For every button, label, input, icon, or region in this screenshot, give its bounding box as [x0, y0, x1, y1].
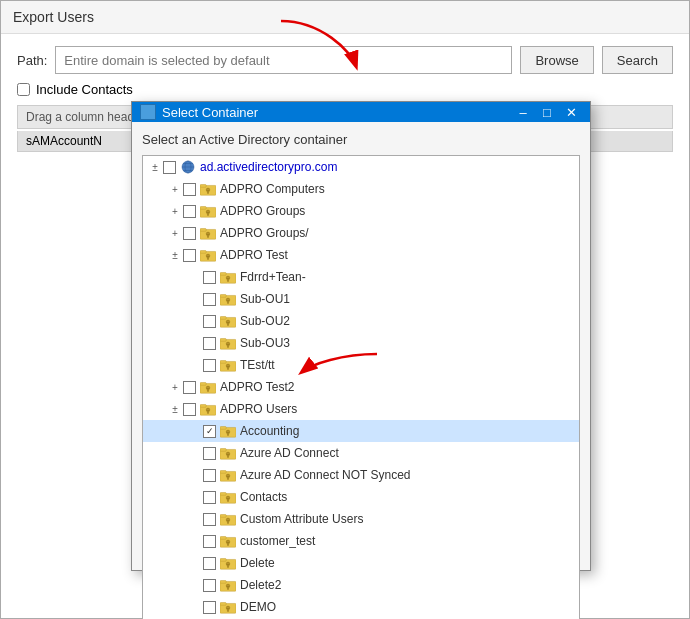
tree-expand-icon[interactable] — [187, 445, 203, 461]
main-title-text: Export Users — [13, 9, 94, 25]
svg-rect-67 — [220, 515, 226, 518]
maximize-button[interactable]: □ — [536, 102, 558, 122]
close-button[interactable]: ✕ — [560, 102, 582, 122]
tree-item[interactable]: Sub-OU3 — [143, 332, 579, 354]
tree-item[interactable]: ± ad.activedirectorypro.com — [143, 156, 579, 178]
tree-checkbox[interactable] — [203, 293, 216, 306]
tree-checkbox[interactable] — [203, 579, 216, 592]
tree-expand-icon[interactable] — [187, 423, 203, 439]
tree-expand-icon[interactable] — [187, 269, 203, 285]
include-contacts-row: Include Contacts — [17, 82, 673, 97]
tree-checkbox[interactable] — [183, 205, 196, 218]
tree-item[interactable]: ± ADPRO Users — [143, 398, 579, 420]
svg-rect-27 — [220, 295, 226, 298]
tree-expand-icon[interactable]: ± — [147, 159, 163, 175]
tree-folder-icon — [199, 203, 217, 219]
tree-folder-icon — [219, 335, 237, 351]
tree-expand-icon[interactable]: ± — [167, 401, 183, 417]
tree-expand-icon[interactable] — [187, 467, 203, 483]
tree-item-label: Sub-OU2 — [240, 314, 290, 328]
tree-item-label: Accounting — [240, 424, 299, 438]
tree-expand-icon[interactable]: + — [167, 225, 183, 241]
tree-folder-icon — [219, 313, 237, 329]
tree-expand-icon[interactable] — [187, 511, 203, 527]
tree-checkbox[interactable] — [203, 425, 216, 438]
tree-checkbox[interactable] — [203, 359, 216, 372]
tree-expand-icon[interactable]: + — [167, 203, 183, 219]
tree-checkbox[interactable] — [203, 469, 216, 482]
tree-checkbox[interactable] — [203, 447, 216, 460]
tree-expand-icon[interactable] — [187, 555, 203, 571]
tree-expand-icon[interactable] — [187, 291, 203, 307]
tree-item[interactable]: + ADPRO Test2 — [143, 376, 579, 398]
tree-expand-icon[interactable]: ± — [167, 247, 183, 263]
tree-item[interactable]: Delete — [143, 552, 579, 574]
tree-item[interactable]: DEMO — [143, 596, 579, 618]
tree-item[interactable]: TEst/tt — [143, 354, 579, 376]
svg-rect-13 — [207, 213, 209, 216]
tree-folder-icon — [219, 533, 237, 549]
svg-rect-11 — [200, 207, 206, 210]
search-button[interactable]: Search — [602, 46, 673, 74]
tree-checkbox[interactable] — [183, 183, 196, 196]
tree-checkbox[interactable] — [183, 249, 196, 262]
tree-item[interactable]: customer_test — [143, 530, 579, 552]
tree-expand-icon[interactable] — [187, 599, 203, 615]
tree-item[interactable]: Sub-OU2 — [143, 310, 579, 332]
svg-rect-21 — [207, 257, 209, 260]
tree-item[interactable]: + ADPRO Computers — [143, 178, 579, 200]
tree-checkbox[interactable] — [203, 271, 216, 284]
tree-checkbox[interactable] — [203, 491, 216, 504]
tree-checkbox[interactable] — [203, 337, 216, 350]
tree-item[interactable]: Fdrrd+Tean- — [143, 266, 579, 288]
tree-item-label: Delete2 — [240, 578, 281, 592]
tree-item[interactable]: Accounting — [143, 420, 579, 442]
tree-expand-icon[interactable] — [187, 489, 203, 505]
tree-item[interactable]: Delete2 — [143, 574, 579, 596]
tree-item[interactable]: Contacts — [143, 486, 579, 508]
svg-rect-83 — [220, 603, 226, 606]
tree-item[interactable]: Sub-OU1 — [143, 288, 579, 310]
minimize-button[interactable]: – — [512, 102, 534, 122]
tree-item-label: Azure AD Connect — [240, 446, 339, 460]
tree-checkbox[interactable] — [183, 227, 196, 240]
tree-expand-icon[interactable] — [187, 577, 203, 593]
tree-folder-icon — [199, 379, 217, 395]
tree-item[interactable]: Azure AD Connect NOT Synced — [143, 464, 579, 486]
include-contacts-checkbox[interactable] — [17, 83, 30, 96]
tree-expand-icon[interactable]: + — [167, 181, 183, 197]
tree-item-label: Custom Attribute Users — [240, 512, 363, 526]
tree-checkbox[interactable] — [163, 161, 176, 174]
select-container-dialog: Select Container – □ ✕ Select an Active … — [131, 101, 591, 571]
tree-folder-icon — [199, 247, 217, 263]
tree-container[interactable]: ± ad.activedirectorypro.com+ ADPRO Compu… — [142, 155, 580, 619]
tree-item[interactable]: Azure AD Connect — [143, 442, 579, 464]
svg-rect-47 — [200, 405, 206, 408]
tree-checkbox[interactable] — [203, 513, 216, 526]
tree-checkbox[interactable] — [203, 557, 216, 570]
col-header-samaccountname: sAMAccountN — [18, 131, 138, 151]
path-input[interactable] — [55, 46, 512, 74]
tree-expand-icon[interactable] — [187, 335, 203, 351]
tree-checkbox[interactable] — [203, 315, 216, 328]
tree-checkbox[interactable] — [203, 535, 216, 548]
tree-item[interactable]: + ADPRO Groups/ — [143, 222, 579, 244]
browse-button[interactable]: Browse — [520, 46, 593, 74]
tree-item[interactable]: ± ADPRO Test — [143, 244, 579, 266]
tree-expand-icon[interactable]: + — [167, 379, 183, 395]
tree-checkbox[interactable] — [203, 601, 216, 614]
tree-item[interactable]: Custom Attribute Users — [143, 508, 579, 530]
tree-expand-icon[interactable] — [187, 357, 203, 373]
tree-expand-icon[interactable] — [187, 533, 203, 549]
svg-rect-51 — [220, 427, 226, 430]
svg-rect-71 — [220, 537, 226, 540]
tree-item-label: Sub-OU1 — [240, 292, 290, 306]
modal-title-left: Select Container — [140, 104, 258, 120]
tree-item[interactable]: + ADPRO Groups — [143, 200, 579, 222]
tree-checkbox[interactable] — [183, 403, 196, 416]
tree-folder-icon — [199, 181, 217, 197]
tree-item-label: ADPRO Test2 — [220, 380, 294, 394]
tree-expand-icon[interactable] — [187, 313, 203, 329]
tree-checkbox[interactable] — [183, 381, 196, 394]
svg-rect-59 — [220, 471, 226, 474]
